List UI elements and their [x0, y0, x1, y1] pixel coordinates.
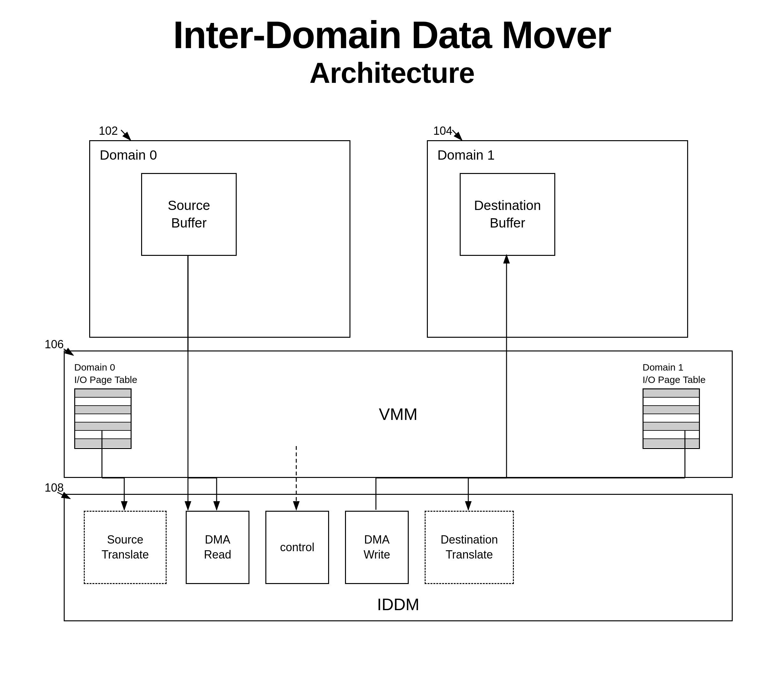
iddm-label: IDDM	[377, 595, 419, 614]
vmm-box: VMM Domain 0I/O Page Table	[64, 350, 733, 478]
ref-108: 108	[45, 481, 64, 495]
control-box: control	[265, 511, 329, 584]
ref-106: 106	[45, 338, 64, 351]
dest-translate-label: DestinationTranslate	[441, 532, 498, 562]
dom1-iopage-label: Domain 1I/O Page Table	[643, 361, 712, 386]
source-translate-label: SourceTranslate	[102, 532, 149, 562]
dest-buffer-label: DestinationBuffer	[474, 197, 541, 232]
source-translate-box: SourceTranslate	[84, 511, 166, 584]
dom1-iopage: Domain 1I/O Page Table	[643, 361, 712, 458]
control-label: control	[280, 541, 315, 554]
source-buffer-box: SourceBuffer	[141, 173, 237, 256]
dma-read-box: DMARead	[186, 511, 250, 584]
dest-translate-box: DestinationTranslate	[424, 511, 514, 584]
ref-104: 104	[433, 124, 453, 138]
svg-line-4	[453, 130, 462, 140]
domain1-box: Domain 1 DestinationBuffer	[427, 140, 688, 338]
domain0-box: Domain 0 SourceBuffer	[89, 140, 350, 338]
diagram-area: 102 104 106 108 Domain 0 SourceBuffer Do…	[25, 108, 759, 687]
vmm-label: VMM	[379, 405, 417, 424]
page-title: Inter-Domain Data Mover Architecture	[0, 0, 784, 90]
iddm-box: IDDM SourceTranslate DMARead control DMA…	[64, 494, 733, 621]
source-buffer-label: SourceBuffer	[168, 197, 210, 232]
dest-buffer-box: DestinationBuffer	[460, 173, 555, 256]
title-line1: Inter-Domain Data Mover	[0, 13, 784, 57]
svg-line-3	[121, 130, 131, 140]
dma-write-label: DMAWrite	[363, 532, 390, 562]
ref-102: 102	[99, 124, 118, 138]
dma-read-label: DMARead	[204, 532, 231, 562]
title-line2: Architecture	[0, 57, 784, 90]
dom0-iopage-label: Domain 0I/O Page Table	[74, 361, 144, 386]
domain0-label: Domain 0	[100, 148, 157, 163]
domain1-label: Domain 1	[438, 148, 495, 163]
dom0-iopage: Domain 0I/O Page Table	[74, 361, 144, 458]
dma-write-box: DMAWrite	[345, 511, 409, 584]
